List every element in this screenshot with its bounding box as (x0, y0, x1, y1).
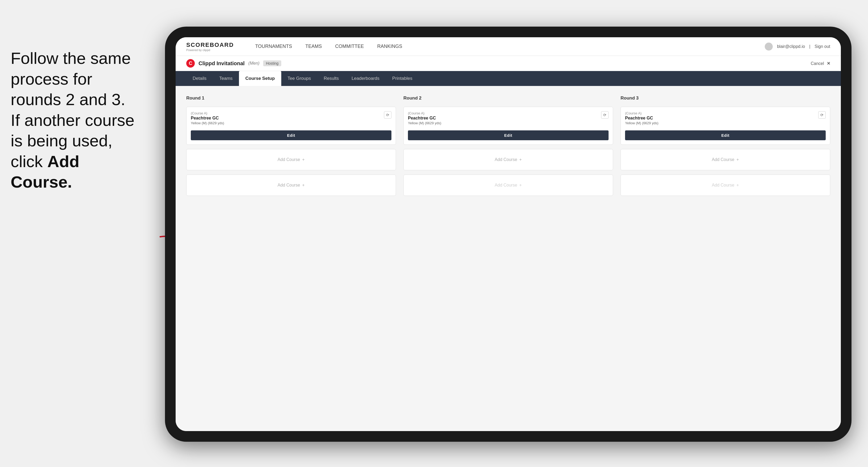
round-2-course-name: Peachtree GC (408, 116, 441, 121)
cancel-area[interactable]: Cancel ✕ (811, 61, 830, 66)
round-3-edit-btn[interactable]: Edit (625, 130, 826, 140)
round-1-column: Round 1 (Course A) Peachtree GC Yellow (… (186, 96, 396, 196)
hosting-badge: Hosting (263, 60, 281, 66)
round-2-course-card-header: (Course A) Peachtree GC Yellow (M) (6629… (408, 111, 609, 125)
clippd-logo: C (186, 59, 195, 68)
round-1-card-action-btn[interactable]: ⟳ (384, 111, 392, 119)
tablet-screen: SCOREBOARD Powered by clippd TOURNAMENTS… (176, 37, 841, 431)
round-2-column: Round 2 (Course A) Peachtree GC Yellow (… (403, 96, 613, 196)
round-1-add-course-1-icon: + (302, 157, 305, 162)
round-2-edit-btn[interactable]: Edit (408, 130, 609, 140)
rounds-grid: Round 1 (Course A) Peachtree GC Yellow (… (186, 96, 830, 196)
round-3-add-course-2-icon: + (737, 183, 739, 188)
event-title: Clippd Invitational (198, 60, 245, 66)
nav-separator: | (809, 44, 810, 49)
round-2-course-card-1: (Course A) Peachtree GC Yellow (M) (6629… (403, 107, 613, 145)
round-1-add-course-2[interactable]: Add Course + (186, 175, 396, 196)
nav-right: blair@clippd.io | Sign out (765, 42, 830, 51)
tab-printables[interactable]: Printables (386, 71, 419, 86)
round-2-card-action-btn[interactable]: ⟳ (601, 111, 609, 119)
nav-links: TOURNAMENTS TEAMS COMMITTEE RANKINGS (255, 44, 402, 49)
round-3-add-course-2: Add Course + (621, 175, 830, 196)
round-3-column: Round 3 (Course A) Peachtree GC Yellow (… (621, 96, 830, 196)
sub-header: C Clippd Invitational (Men) Hosting Canc… (176, 56, 841, 71)
tablet-frame: SCOREBOARD Powered by clippd TOURNAMENTS… (165, 27, 851, 442)
round-3-card-action-btn[interactable]: ⟳ (818, 111, 826, 119)
round-3-add-course-1[interactable]: Add Course + (621, 149, 830, 170)
tab-leaderboards[interactable]: Leaderboards (345, 71, 386, 86)
tab-teams[interactable]: Teams (213, 71, 239, 86)
main-content: Round 1 (Course A) Peachtree GC Yellow (… (176, 86, 841, 431)
round-3-add-course-1-icon: + (737, 157, 739, 162)
round-2-add-course-1[interactable]: Add Course + (403, 149, 613, 170)
round-1-add-course-2-icon: + (302, 183, 305, 188)
round-3-label: Round 3 (621, 96, 830, 101)
round-3-add-course-1-label: Add Course (712, 157, 735, 162)
round-3-course-tag: (Course A) (625, 111, 658, 115)
logo-area: SCOREBOARD Powered by clippd (186, 41, 234, 52)
round-1-edit-btn[interactable]: Edit (191, 130, 392, 140)
round-2-add-course-1-icon: + (519, 157, 522, 162)
event-gender: (Men) (248, 61, 259, 66)
nav-tournaments[interactable]: TOURNAMENTS (255, 44, 292, 49)
round-1-course-info: (Course A) Peachtree GC Yellow (M) (6629… (191, 111, 224, 125)
sign-out-link[interactable]: Sign out (814, 44, 830, 49)
round-1-course-name: Peachtree GC (191, 116, 224, 121)
round-2-add-course-2-icon: + (519, 183, 522, 188)
round-3-add-course-2-label: Add Course (712, 183, 735, 188)
round-1-label: Round 1 (186, 96, 396, 101)
nav-teams[interactable]: TEAMS (306, 44, 322, 49)
user-avatar (765, 42, 773, 51)
nav-committee[interactable]: COMMITTEE (335, 44, 364, 49)
tab-results[interactable]: Results (317, 71, 345, 86)
round-3-course-info: (Course A) Peachtree GC Yellow (M) (6629… (625, 111, 658, 125)
round-3-course-card-1: (Course A) Peachtree GC Yellow (M) (6629… (621, 107, 830, 145)
round-3-course-card-header: (Course A) Peachtree GC Yellow (M) (6629… (625, 111, 826, 125)
round-2-add-course-2-label: Add Course (495, 183, 517, 188)
tab-details[interactable]: Details (186, 71, 213, 86)
round-3-course-details: Yellow (M) (6629 yds) (625, 121, 658, 125)
top-nav: SCOREBOARD Powered by clippd TOURNAMENTS… (176, 37, 841, 56)
tab-bar: Details Teams Course Setup Tee Groups Re… (176, 71, 841, 86)
round-2-add-course-1-label: Add Course (495, 157, 517, 162)
user-email: blair@clippd.io (777, 44, 805, 49)
logo-sub: Powered by clippd (186, 49, 234, 52)
round-1-add-course-1-label: Add Course (278, 157, 300, 162)
sub-header-left: C Clippd Invitational (Men) Hosting (186, 59, 281, 68)
round-1-course-card-1: (Course A) Peachtree GC Yellow (M) (6629… (186, 107, 396, 145)
cancel-label: Cancel (811, 61, 824, 66)
round-3-course-name: Peachtree GC (625, 116, 658, 121)
round-2-course-info: (Course A) Peachtree GC Yellow (M) (6629… (408, 111, 441, 125)
round-2-course-details: Yellow (M) (6629 yds) (408, 121, 441, 125)
round-2-label: Round 2 (403, 96, 613, 101)
round-1-course-card-header: (Course A) Peachtree GC Yellow (M) (6629… (191, 111, 392, 125)
round-1-add-course-1[interactable]: Add Course + (186, 149, 396, 170)
round-2-course-tag: (Course A) (408, 111, 441, 115)
round-1-course-tag: (Course A) (191, 111, 224, 115)
cancel-icon: ✕ (827, 61, 830, 66)
nav-rankings[interactable]: RANKINGS (377, 44, 402, 49)
round-1-course-details: Yellow (M) (6629 yds) (191, 121, 224, 125)
round-1-add-course-2-label: Add Course (278, 183, 300, 188)
tab-tee-groups[interactable]: Tee Groups (281, 71, 317, 86)
tab-course-setup[interactable]: Course Setup (239, 71, 281, 86)
round-2-add-course-2: Add Course + (403, 175, 613, 196)
instruction-text: Follow the same process for rounds 2 and… (0, 48, 154, 192)
logo-scoreboard: SCOREBOARD (186, 41, 234, 49)
